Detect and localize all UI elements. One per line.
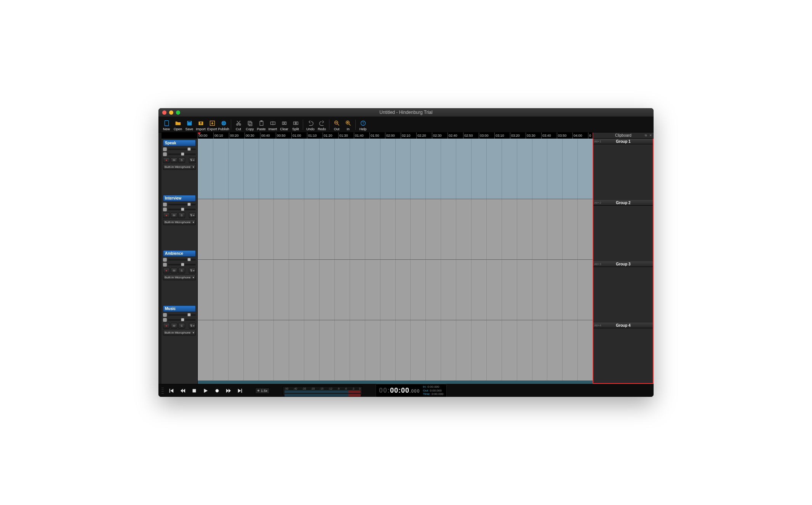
mute-button[interactable]: M — [171, 323, 177, 329]
clipboard-group[interactable]: Alt+1Group 1 — [593, 139, 654, 200]
track-panel: Speak●MS⇅Built-in MicrophoneInterview●MS… — [161, 133, 198, 384]
ruler-tick: 03:00 — [479, 133, 494, 139]
pan-slider[interactable] — [168, 264, 196, 265]
input-select[interactable]: Built-in Microphone — [163, 275, 196, 280]
fx-button[interactable]: ⇅ — [189, 323, 196, 329]
grip-handle[interactable] — [161, 387, 164, 395]
split-button[interactable]: Split — [290, 120, 301, 132]
playback-speed[interactable]: 1.5x — [255, 388, 270, 394]
save-button[interactable]: Save — [184, 120, 195, 132]
new-button[interactable]: New — [161, 120, 172, 132]
clipboard-detach-icon[interactable]: ⧉ — [644, 134, 648, 137]
cut-button[interactable]: Cut — [233, 120, 244, 132]
record-button[interactable] — [213, 387, 221, 395]
clear-button[interactable]: Clear — [278, 120, 290, 132]
paste-button[interactable]: Paste — [256, 120, 267, 132]
open-button[interactable]: Open — [172, 120, 184, 132]
solo-button[interactable]: S — [178, 213, 185, 218]
ruler-tick: 00:20 — [229, 133, 245, 139]
clipboard-group[interactable]: Alt+3Group 3 — [593, 261, 654, 323]
volume-icon — [163, 147, 167, 151]
zoomin-button[interactable]: In — [342, 120, 354, 132]
window-minimize[interactable] — [169, 110, 173, 115]
volume-slider[interactable] — [168, 314, 196, 316]
copy-button[interactable]: Copy — [244, 120, 256, 132]
pan-icon — [163, 208, 167, 211]
mute-button[interactable]: M — [171, 157, 177, 163]
clipboard-group[interactable]: Alt+2Group 2 — [593, 200, 654, 261]
track-name[interactable]: Speak — [163, 140, 196, 146]
clipboard-group-name: Group 4 — [604, 323, 654, 328]
track-name[interactable]: Music — [163, 305, 196, 312]
help-button[interactable]: ?Help — [357, 120, 369, 132]
playhead-marker[interactable] — [198, 133, 201, 135]
window-zoom[interactable] — [176, 110, 180, 115]
clipboard-shortcut: Alt+3 — [593, 262, 604, 266]
ruler-tick: 02:50 — [463, 133, 479, 139]
solo-button[interactable]: S — [178, 268, 185, 273]
import-button[interactable]: Import — [195, 120, 206, 132]
svg-rect-2 — [188, 121, 191, 122]
time-ruler[interactable]: 00:0000:1000:2000:3000:4000:5001:0001:10… — [198, 133, 593, 139]
input-select[interactable]: Built-in Microphone — [163, 330, 196, 336]
go-start-button[interactable] — [168, 387, 175, 395]
play-button[interactable] — [202, 387, 209, 395]
rewind-button[interactable] — [179, 387, 187, 395]
volume-slider[interactable] — [168, 259, 196, 260]
publish-button[interactable]: Publish — [218, 120, 229, 132]
volume-slider[interactable] — [168, 149, 196, 150]
clipboard-group-name: Group 3 — [604, 262, 654, 266]
zoomout-button[interactable]: Out — [331, 120, 342, 132]
mute-button[interactable]: M — [171, 213, 177, 218]
track-header: Music●MS⇅Built-in Microphone — [161, 304, 197, 360]
track-header: Ambience●MS⇅Built-in Microphone — [161, 249, 197, 304]
fx-button[interactable]: ⇅ — [189, 157, 196, 163]
svg-rect-19 — [193, 389, 196, 392]
clipboard-shortcut: Alt+4 — [593, 324, 604, 327]
ruler-tick: 03:30 — [526, 133, 541, 139]
export-button[interactable]: Export — [206, 120, 218, 132]
solo-button[interactable]: S — [178, 323, 185, 329]
clipboard-group[interactable]: Alt+4Group 4 — [593, 323, 654, 384]
insert-button[interactable]: Insert — [267, 120, 278, 132]
forward-button[interactable] — [225, 387, 232, 395]
track-name[interactable]: Interview — [163, 195, 196, 201]
record-arm-button[interactable]: ● — [163, 157, 170, 163]
undo-button[interactable]: Undo — [305, 120, 316, 132]
svg-rect-8 — [249, 122, 252, 126]
track-header: Interview●MS⇅Built-in Microphone — [161, 194, 197, 249]
track-lane[interactable] — [198, 139, 593, 199]
redo-button[interactable]: Redo — [316, 120, 328, 132]
track-lane[interactable] — [198, 260, 593, 320]
ruler-tick: 01:30 — [338, 133, 354, 139]
record-arm-button[interactable]: ● — [163, 213, 170, 218]
input-select[interactable]: Built-in Microphone — [163, 219, 196, 225]
record-arm-button[interactable]: ● — [163, 323, 170, 329]
solo-button[interactable]: S — [178, 157, 185, 163]
pan-icon — [163, 263, 167, 267]
svg-rect-9 — [260, 121, 263, 125]
ruler-tick: 01:50 — [369, 133, 385, 139]
svg-point-20 — [216, 389, 219, 392]
pan-slider[interactable] — [168, 319, 196, 321]
fx-button[interactable]: ⇅ — [189, 268, 196, 273]
input-select[interactable]: Built-in Microphone — [163, 164, 196, 170]
mute-button[interactable]: M — [171, 268, 177, 273]
pan-slider[interactable] — [168, 209, 196, 210]
ruler-tick: 00:50 — [276, 133, 291, 139]
go-end-button[interactable] — [236, 387, 244, 395]
fx-button[interactable]: ⇅ — [189, 213, 196, 218]
track-lane[interactable] — [198, 199, 593, 260]
track-lane[interactable] — [198, 320, 593, 381]
svg-text:?: ? — [362, 121, 364, 125]
ruler-tick: 00:10 — [213, 133, 229, 139]
clipboard-panel: Clipboard ⧉ ✕ Alt+1Group 1Alt+2Group 2Al… — [593, 133, 654, 384]
track-name[interactable]: Ambience — [163, 250, 196, 257]
pan-slider[interactable] — [168, 153, 196, 155]
record-arm-button[interactable]: ● — [163, 268, 170, 273]
stop-button[interactable] — [190, 387, 198, 395]
volume-icon — [163, 313, 167, 317]
window-close[interactable] — [162, 110, 166, 115]
clipboard-close-icon[interactable]: ✕ — [649, 134, 652, 137]
volume-slider[interactable] — [168, 204, 196, 205]
